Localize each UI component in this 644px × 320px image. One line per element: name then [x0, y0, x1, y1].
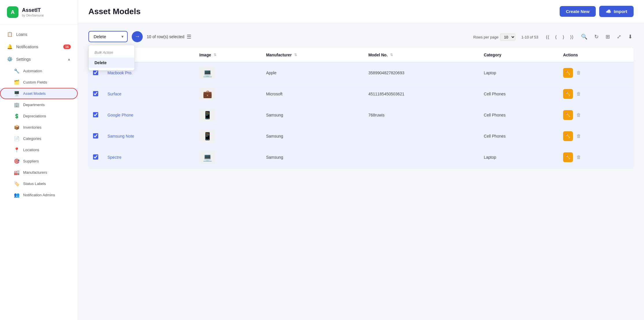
- table-body: Macbook Pro. 💻 Apple 3589904827820693 La…: [88, 62, 634, 168]
- custom-fields-icon: 🗂️: [14, 79, 20, 85]
- edit-button[interactable]: ✏️: [563, 152, 573, 162]
- sidebar-item-asset-models-wrapper: 🖥️ Asset Models: [0, 88, 78, 99]
- sidebar-item-notifications-label: Notifications: [16, 45, 38, 49]
- bulk-go-button[interactable]: →: [132, 31, 143, 42]
- automation-icon: 🔧: [14, 68, 20, 74]
- table-row: Spectre 💻 Samsung Laptop ✏️ 🗑: [88, 147, 634, 168]
- delete-row-button[interactable]: 🗑: [574, 132, 583, 140]
- sidebar-item-loans-label: Loans: [16, 32, 27, 37]
- asset-models-icon: 🖥️: [14, 91, 20, 96]
- th-model-no: Model No. ⇅: [364, 48, 479, 62]
- sidebar-item-suppliers[interactable]: 🎯 Suppliers: [0, 156, 78, 167]
- row-image-cell: 📱: [195, 105, 261, 126]
- bulk-action-dropdown: Bulk Action Delete: [88, 45, 135, 71]
- sidebar-sub-inventories-label: Inventories: [23, 125, 42, 130]
- row-checkbox-cell: [88, 147, 103, 168]
- sidebar-item-loans[interactable]: 📋 Loans: [0, 28, 78, 40]
- asset-name-link[interactable]: Surface: [107, 92, 121, 96]
- row-model-no-cell: [364, 126, 479, 147]
- delete-row-button[interactable]: 🗑: [574, 90, 583, 98]
- create-new-button[interactable]: Create New: [560, 6, 596, 17]
- sidebar-item-settings-label: Settings: [16, 57, 31, 62]
- import-button[interactable]: ☁️ Import: [599, 6, 634, 17]
- next-page-button[interactable]: ⟩: [561, 34, 566, 40]
- bulk-action-select[interactable]: Delete Bulk Action: [88, 31, 128, 42]
- prev-page-button[interactable]: ⟨: [553, 34, 558, 40]
- delete-row-button[interactable]: 🗑: [574, 69, 583, 77]
- asset-name-link[interactable]: Spectre: [107, 155, 121, 160]
- notification-admins-icon: 👥: [14, 192, 20, 198]
- sidebar-item-settings[interactable]: ⚙️ Settings ▲: [0, 53, 78, 65]
- selected-count-display: 10 of row(s) selected ☰: [147, 34, 191, 40]
- sidebar-item-custom-fields[interactable]: 🗂️ Custom Fields: [0, 77, 78, 88]
- toolbar-right: Rows per page 10 25 50 1-10 of 53 ⟨⟨ ⟨ ⟩…: [473, 30, 634, 43]
- sidebar-item-notifications[interactable]: 🔔 Notifications 16: [0, 40, 78, 53]
- columns-button[interactable]: ⊞: [604, 32, 611, 41]
- row-checkbox[interactable]: [93, 91, 98, 96]
- sidebar-sub-notification-admins-label: Notification Admins: [23, 193, 55, 197]
- row-checkbox[interactable]: [93, 154, 98, 160]
- th-image: Image ⇅: [195, 48, 261, 62]
- rows-per-page-select[interactable]: 10 25 50: [500, 34, 515, 41]
- row-image-cell: 📱: [195, 126, 261, 147]
- sidebar-item-status-labels[interactable]: 🏷️ Status Labels: [0, 178, 78, 189]
- edit-button[interactable]: ✏️: [563, 89, 573, 99]
- sidebar-item-notification-admins[interactable]: 👥 Notification Admins: [0, 189, 78, 201]
- row-model-no-cell: [364, 147, 479, 168]
- manufacturer-sort-icon: ⇅: [294, 53, 297, 57]
- sidebar-item-depreciations[interactable]: 💲 Depreciations: [0, 110, 78, 122]
- last-page-button[interactable]: ⟩⟩: [568, 34, 575, 40]
- edit-button[interactable]: ✏️: [563, 131, 573, 141]
- status-labels-icon: 🏷️: [14, 181, 20, 186]
- menu-lines-icon: ☰: [187, 34, 191, 40]
- row-checkbox[interactable]: [93, 133, 98, 138]
- asset-image: 💼: [199, 88, 216, 100]
- asset-name-link[interactable]: Samsung Note: [107, 134, 134, 138]
- sidebar-item-manufacturers[interactable]: 🏭 Manufacturers: [0, 167, 78, 178]
- edit-button[interactable]: ✏️: [563, 68, 573, 78]
- asset-name-link[interactable]: Macbook Pro.: [107, 71, 132, 75]
- delete-row-button[interactable]: 🗑: [574, 153, 583, 161]
- download-button[interactable]: ⬇: [627, 32, 634, 41]
- table-row: Surface 💼 Microsoft 4511185450503621 Cel…: [88, 84, 634, 105]
- asset-image: 📱: [199, 130, 216, 143]
- row-checkbox[interactable]: [93, 112, 98, 117]
- dropdown-delete-item[interactable]: Delete: [89, 58, 134, 68]
- row-name-cell: Spectre: [103, 147, 195, 168]
- sidebar-item-locations[interactable]: 📍 Locations: [0, 144, 78, 156]
- search-button[interactable]: 🔍: [580, 32, 589, 41]
- sidebar-item-categories[interactable]: 📄 Categories: [0, 133, 78, 144]
- fullscreen-button[interactable]: ⤢: [616, 32, 622, 41]
- pagination-info: 1-10 of 53: [521, 35, 538, 39]
- table-row: Google Phone 📱 Samsung 768ruwis Cell Pho…: [88, 105, 634, 126]
- sidebar-item-departments[interactable]: 🏢 Departments: [0, 99, 78, 110]
- delete-row-button[interactable]: 🗑: [574, 111, 583, 119]
- refresh-button[interactable]: ↻: [593, 32, 600, 41]
- row-checkbox-cell: [88, 84, 103, 105]
- header-actions: Create New ☁️ Import: [560, 6, 634, 17]
- row-model-no-cell: 3589904827820693: [364, 62, 479, 84]
- manufacturers-icon: 🏭: [14, 170, 20, 175]
- row-model-no-cell: 768ruwis: [364, 105, 479, 126]
- sidebar-item-automation[interactable]: 🔧 Automation: [0, 65, 78, 77]
- row-category-cell: Laptop: [479, 147, 558, 168]
- page-title: Asset Models: [88, 7, 141, 16]
- th-category: Category: [479, 48, 558, 62]
- asset-name-link[interactable]: Google Phone: [107, 113, 133, 117]
- row-manufacturer-cell: Samsung: [261, 147, 364, 168]
- row-checkbox[interactable]: [93, 70, 98, 75]
- rows-per-page-control: Rows per page 10 25 50: [473, 34, 515, 41]
- row-manufacturer-cell: Samsung: [261, 126, 364, 147]
- sidebar-item-asset-models[interactable]: 🖥️ Asset Models: [0, 88, 78, 99]
- notifications-icon: 🔔: [7, 44, 13, 49]
- sidebar-item-inventories[interactable]: 📦 Inventories: [0, 122, 78, 133]
- row-actions-cell: ✏️ 🗑: [558, 62, 634, 84]
- first-page-button[interactable]: ⟨⟨: [544, 34, 551, 40]
- sidebar-sub-custom-fields-label: Custom Fields: [23, 80, 47, 84]
- dropdown-header-item: Bulk Action: [89, 47, 134, 58]
- locations-icon: 📍: [14, 147, 20, 153]
- row-model-no-cell: 4511185450503621: [364, 84, 479, 105]
- edit-button[interactable]: ✏️: [563, 110, 573, 120]
- row-manufacturer-cell: Microsoft: [261, 84, 364, 105]
- row-image-cell: 💻: [195, 147, 261, 168]
